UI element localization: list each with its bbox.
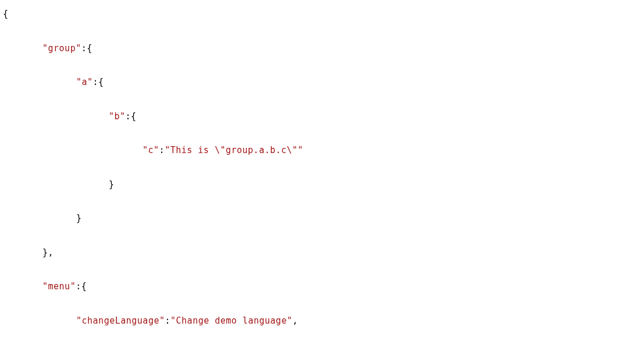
code-line: "b":{	[3, 108, 641, 125]
json-code-block: { "group":{ "a":{ "b":{ "c":"This is \"g…	[3, 6, 641, 337]
code-line: "a":{	[3, 74, 641, 91]
code-line: "group":{	[3, 40, 641, 57]
code-line: "changeLanguage":"Change demo language",	[3, 313, 641, 329]
code-line: {	[3, 6, 641, 23]
code-line: },	[3, 244, 641, 261]
code-line: "menu":{	[3, 278, 641, 295]
code-line: }	[3, 176, 641, 193]
code-line: }	[3, 210, 641, 227]
code-line: "c":"This is \"group.a.b.c\""	[3, 142, 641, 159]
